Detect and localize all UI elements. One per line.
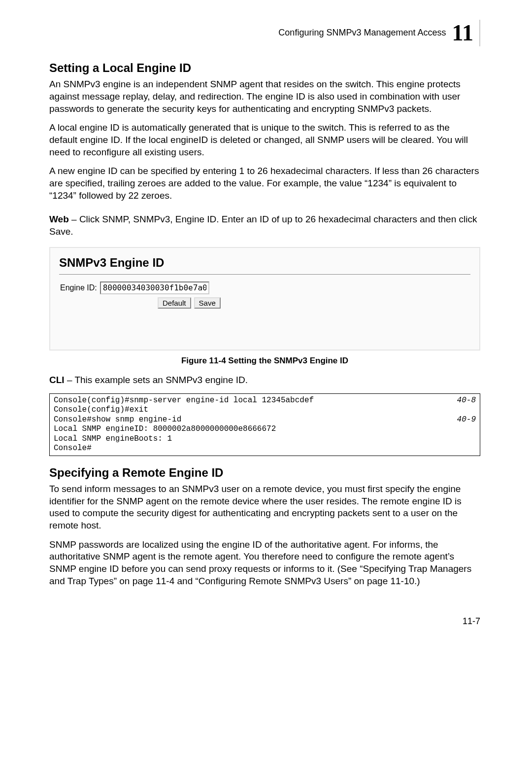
web-text: – Click SNMP, SNMPv3, Engine ID. Enter a… [49, 214, 477, 237]
web-label: Web [49, 214, 69, 224]
page-number: 11-7 [49, 616, 480, 627]
cli-instruction: CLI – This example sets an SNMPv3 engine… [49, 374, 480, 387]
header-divider [479, 20, 480, 46]
paragraph: An SNMPv3 engine is an independent SNMP … [49, 78, 480, 115]
header-section-text: Configuring SNMPv3 Management Access [278, 27, 446, 38]
paragraph: A local engine ID is automatically gener… [49, 122, 480, 158]
cli-text: – This example sets an SNMPv3 engine ID. [65, 375, 248, 385]
cli-line: Console# [54, 444, 476, 454]
page-header: Configuring SNMPv3 Management Access 11 [49, 20, 480, 46]
panel-title: SNMPv3 Engine ID [59, 255, 470, 275]
section-heading-remote-engine: Specifying a Remote Engine ID [49, 465, 480, 480]
chapter-number: 11 [452, 22, 473, 44]
engine-id-input[interactable] [100, 281, 209, 294]
cli-label: CLI [49, 375, 65, 385]
cli-line: Local SNMP engineID: 8000002a8000000000e… [54, 424, 476, 434]
cli-ref: 40-8 [457, 396, 476, 406]
cli-line: Local SNMP engineBoots: 1 [54, 434, 476, 444]
paragraph: To send inform messages to an SNMPv3 use… [49, 483, 480, 532]
figure-caption: Figure 11-4 Setting the SNMPv3 Engine ID [49, 355, 480, 366]
engine-id-label: Engine ID: [60, 283, 97, 293]
paragraph: SNMP passwords are localized using the e… [49, 539, 480, 588]
panel-button-row: Default Save [158, 297, 470, 309]
save-button[interactable]: Save [194, 297, 221, 309]
engine-id-panel: SNMPv3 Engine ID Engine ID: Default Save [49, 247, 480, 351]
default-button[interactable]: Default [158, 297, 191, 309]
cli-line: Console(config)#exit [54, 405, 476, 415]
paragraph: A new engine ID can be specified by ente… [49, 165, 480, 202]
web-instruction: Web – Click SNMP, SNMPv3, Engine ID. Ent… [49, 213, 480, 238]
cli-line: Console#show snmp engine-id [54, 415, 181, 425]
cli-ref: 40-9 [457, 415, 476, 425]
section-heading-local-engine: Setting a Local Engine ID [49, 60, 480, 75]
cli-line: Console(config)#snmp-server engine-id lo… [54, 396, 314, 406]
engine-id-row: Engine ID: [60, 281, 470, 294]
cli-output-block: Console(config)#snmp-server engine-id lo… [49, 393, 480, 456]
